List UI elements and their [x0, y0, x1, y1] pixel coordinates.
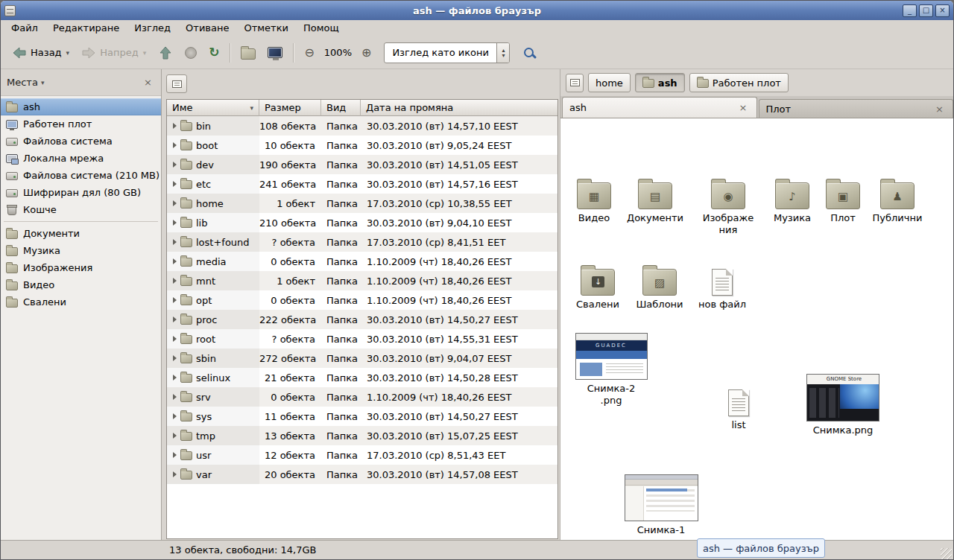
- folder-video[interactable]: ▦ Видео: [568, 178, 620, 224]
- sidebar-item-encrypted-80gb[interactable]: Шифриран дял (80 GB): [1, 184, 161, 201]
- expander-icon[interactable]: [173, 162, 177, 168]
- table-row[interactable]: media 0 обекта Папка 1.10.2009 (чт) 18,4…: [167, 252, 557, 271]
- table-row[interactable]: opt 0 обекта Папка 1.10.2009 (чт) 18,40,…: [167, 290, 557, 310]
- tab-close-icon[interactable]: ×: [933, 104, 946, 115]
- back-dropdown-icon[interactable]: ▾: [66, 49, 70, 57]
- table-row[interactable]: lost+found ? обекта Папка 17.03.2010 (ср…: [167, 232, 557, 252]
- folder-public[interactable]: ♟ Публични: [869, 178, 926, 224]
- expander-icon[interactable]: [173, 258, 177, 264]
- maximize-button[interactable]: □: [919, 4, 933, 17]
- file-snimka-2[interactable]: GUADEC Снимка-2.png: [574, 333, 648, 407]
- expander-icon[interactable]: [173, 200, 177, 206]
- combo-arrows-icon[interactable]: ▴▾: [496, 43, 509, 63]
- sidebar-item-filesystem[interactable]: Файлова система: [1, 133, 161, 150]
- path-button-home[interactable]: home: [588, 73, 631, 92]
- expander-icon[interactable]: [173, 181, 177, 187]
- expander-icon[interactable]: [173, 278, 177, 284]
- expander-icon[interactable]: [173, 336, 177, 342]
- folder-music[interactable]: ♪ Музика: [767, 178, 818, 224]
- tab-ash[interactable]: ash ×: [562, 97, 757, 118]
- location-bar-toggle-button[interactable]: [166, 74, 187, 93]
- stop-button[interactable]: [180, 40, 202, 66]
- sidebar-title[interactable]: Места: [7, 77, 38, 88]
- table-row[interactable]: sbin 272 обекта Папка 30.03.2010 (вт) 9,…: [167, 349, 557, 368]
- tab-close-icon[interactable]: ×: [737, 102, 750, 113]
- computer-button[interactable]: [262, 40, 288, 66]
- minimize-button[interactable]: _: [903, 4, 917, 17]
- expander-icon[interactable]: [173, 297, 177, 303]
- expander-icon[interactable]: [173, 394, 177, 400]
- expander-icon[interactable]: [173, 239, 177, 245]
- table-row[interactable]: etc 241 обекта Папка 30.03.2010 (вт) 14,…: [167, 174, 557, 194]
- file-new-file[interactable]: нов файл: [697, 264, 748, 311]
- expander-icon[interactable]: [173, 452, 177, 458]
- table-row[interactable]: proc 222 обекта Папка 30.03.2010 (вт) 14…: [167, 310, 557, 329]
- folder-downloads[interactable]: ↓ Свалени: [572, 264, 624, 311]
- folder-templates[interactable]: ▨ Шаблони: [633, 264, 686, 311]
- location-bar-toggle-button[interactable]: [566, 74, 584, 92]
- folder-documents[interactable]: ▤ Документи: [623, 178, 687, 224]
- sidebar-item-music[interactable]: Музика: [1, 242, 161, 259]
- table-row[interactable]: root ? обекта Папка 30.03.2010 (вт) 14,5…: [167, 329, 557, 349]
- table-row[interactable]: dev 190 обекта Папка 30.03.2010 (вт) 14,…: [167, 155, 557, 174]
- column-header-date[interactable]: Дата на промяна: [361, 100, 557, 116]
- menu-item[interactable]: Отиване: [178, 20, 236, 36]
- table-row[interactable]: bin 108 обекта Папка 30.03.2010 (вт) 14,…: [167, 116, 557, 136]
- expander-icon[interactable]: [173, 413, 177, 419]
- reload-button[interactable]: ↻: [203, 40, 224, 66]
- expander-icon[interactable]: [173, 433, 177, 439]
- path-button-desktop[interactable]: Работен плот: [689, 73, 789, 92]
- folder-pictures[interactable]: ◉ Изображения: [694, 178, 762, 236]
- forward-button[interactable]: Напред ▾: [76, 40, 151, 66]
- file-snimka[interactable]: GNOME Store Снимка.png: [806, 374, 880, 436]
- expander-icon[interactable]: [173, 142, 177, 148]
- expander-icon[interactable]: [173, 375, 177, 381]
- search-button[interactable]: [519, 40, 539, 66]
- table-row[interactable]: usr 12 обекта Папка 17.03.2010 (ср) 8,51…: [167, 445, 557, 465]
- menu-item[interactable]: Изглед: [127, 20, 178, 36]
- menu-item[interactable]: Отметки: [236, 20, 295, 36]
- path-button-ash[interactable]: ash: [635, 73, 685, 92]
- expander-icon[interactable]: [173, 471, 177, 477]
- menu-item[interactable]: Редактиране: [45, 20, 127, 36]
- sidebar-item-desktop[interactable]: Работен плот: [1, 115, 161, 133]
- table-row[interactable]: boot 10 обекта Папка 30.03.2010 (вт) 9,0…: [167, 136, 557, 155]
- table-row[interactable]: var 20 обекта Папка 30.03.2010 (вт) 14,5…: [167, 465, 557, 484]
- expander-icon[interactable]: [173, 123, 177, 129]
- titlebar[interactable]: ash — файлов браузър _ □ ×: [1, 1, 953, 20]
- table-row[interactable]: sys 11 обекта Папка 30.03.2010 (вт) 14,5…: [167, 407, 557, 426]
- folder-desktop[interactable]: ▣ Плот: [821, 178, 865, 224]
- table-row[interactable]: tmp 13 обекта Папка 30.03.2010 (вт) 15,0…: [167, 426, 557, 445]
- tab-desktop[interactable]: Плот ×: [759, 99, 954, 118]
- resize-grip[interactable]: [941, 548, 952, 559]
- table-row[interactable]: srv 0 обекта Папка 1.10.2009 (чт) 18,40,…: [167, 387, 557, 407]
- icon-view[interactable]: ▦ Видео ▤ Документи ◉ Изображения ♪ Музи…: [560, 118, 954, 540]
- file-snimka-1[interactable]: Снимка-1.png: [624, 474, 698, 540]
- table-row[interactable]: home 1 обект Папка 17.03.2010 (ср) 10,38…: [167, 194, 557, 213]
- close-button[interactable]: ×: [935, 4, 950, 17]
- sidebar-item-documents[interactable]: Документи: [1, 225, 161, 242]
- view-mode-select[interactable]: Изглед като икони ▴▾: [384, 42, 510, 63]
- up-button[interactable]: [153, 40, 178, 66]
- menu-item[interactable]: Помощ: [296, 20, 347, 36]
- table-row[interactable]: lib 210 обекта Папка 30.03.2010 (вт) 9,0…: [167, 213, 557, 232]
- sidebar-close-icon[interactable]: ×: [141, 77, 155, 88]
- table-row[interactable]: mnt 1 обект Папка 1.10.2009 (чт) 18,40,2…: [167, 271, 557, 290]
- expander-icon[interactable]: [173, 316, 177, 322]
- sidebar-item-filesystem-210mb[interactable]: Файлова система (210 MB): [1, 167, 161, 184]
- sidebar-item-pictures[interactable]: Изображения: [1, 259, 161, 276]
- column-header-name[interactable]: Име▾: [167, 100, 259, 116]
- sidebar-item-network[interactable]: Локална мрежа: [1, 150, 161, 167]
- home-button[interactable]: [236, 40, 261, 66]
- menu-item[interactable]: Файл: [4, 20, 45, 36]
- expander-icon[interactable]: [173, 355, 177, 361]
- table-row[interactable]: selinux 21 обекта Папка 30.03.2010 (вт) …: [167, 368, 557, 387]
- file-list[interactable]: list: [718, 385, 759, 431]
- sidebar-mode-dropdown-icon[interactable]: ▾: [41, 79, 45, 86]
- column-header-size[interactable]: Размер: [259, 100, 321, 116]
- sidebar-item-trash[interactable]: Кошче: [1, 201, 161, 218]
- zoom-out-button[interactable]: ⊖: [299, 40, 319, 66]
- sidebar-item-downloads[interactable]: Свалени: [1, 293, 161, 311]
- sidebar-item-ash[interactable]: ash: [1, 98, 161, 115]
- back-button[interactable]: Назад ▾: [7, 40, 75, 66]
